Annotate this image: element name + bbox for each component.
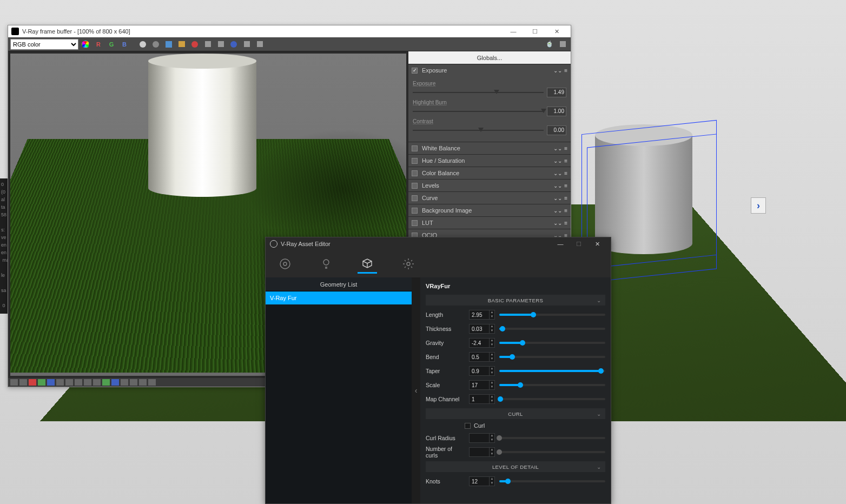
blue-channel-button[interactable]: B [118,39,130,50]
cc-checkbox[interactable] [412,195,418,201]
menu-icon[interactable]: ≡ [564,145,567,151]
copy-button[interactable] [241,39,253,50]
status-icon[interactable] [111,379,119,386]
contrast-slider[interactable] [413,130,544,131]
status-icon[interactable] [38,379,45,386]
tab-materials[interactable] [275,254,295,274]
cc-section-header[interactable]: Color Balance⌄⌄≡ [408,167,571,179]
param-slider[interactable] [499,398,605,400]
status-icon[interactable] [148,379,156,386]
contrast-value[interactable]: 0.00 [547,125,566,135]
param-slider[interactable] [499,314,605,316]
tab-geometry[interactable] [358,254,377,274]
param-slider[interactable] [499,384,605,386]
highlight-slider[interactable] [413,111,544,112]
status-icon[interactable] [56,379,64,386]
cc-section-header[interactable]: LUT⌄⌄≡ [408,217,571,229]
spinner-input[interactable]: 2.95▲▼ [469,310,495,320]
exposure-checkbox[interactable] [412,68,418,74]
menu-icon[interactable]: ≡ [564,183,567,189]
status-icon[interactable] [102,379,110,386]
vfb-titlebar[interactable]: V-Ray frame buffer - [100% of 800 x 640]… [8,25,571,37]
param-slider[interactable] [499,356,605,358]
mono-button[interactable] [137,39,149,50]
list-item-vrayfur[interactable]: V-Ray Fur [266,291,412,304]
section-basic-parameters[interactable]: BASIC PARAMETERS⌄ [426,295,605,306]
spinner-input[interactable]: 12▲▼ [469,476,495,486]
cc-section-header[interactable]: White Balance⌄⌄≡ [408,142,571,154]
duplicate-button[interactable] [254,39,266,50]
track-mouse-button[interactable] [215,39,227,50]
spinner-input[interactable]: ▲▼ [469,447,495,457]
spinner-input[interactable]: 0.5▲▼ [469,352,495,362]
expand-down-icon[interactable]: ⌄⌄ [553,220,562,226]
menu-icon[interactable]: ≡ [564,170,567,176]
spinner-input[interactable]: 17▲▼ [469,380,495,390]
region-button[interactable] [202,39,214,50]
globals-button[interactable]: Globals... [408,51,571,64]
param-slider[interactable] [499,328,605,330]
cc-checkbox[interactable] [412,208,418,214]
cc-checkbox[interactable] [412,220,418,226]
minimize-button[interactable]: — [551,237,570,250]
maximize-button[interactable]: ☐ [524,25,546,37]
exposure-value[interactable]: 1.49 [547,88,566,97]
spinner-input[interactable]: 0.03▲▼ [469,324,495,334]
tab-settings[interactable] [399,254,418,274]
menu-icon[interactable]: ≡ [564,195,567,201]
expand-down-icon[interactable]: ⌄⌄ [553,170,562,176]
rgb-icon[interactable] [82,41,89,48]
param-slider[interactable] [499,480,605,482]
spinner-input[interactable]: -2.4▲▼ [469,338,495,348]
maximize-button[interactable]: ☐ [570,237,588,250]
open-button[interactable] [176,39,188,50]
close-button[interactable]: ✕ [588,237,606,250]
curl-checkbox[interactable] [465,423,471,429]
link-pdplayer-button[interactable] [228,39,240,50]
exposure-header[interactable]: Exposure ⌄⌄≡ [408,64,571,76]
clear-button[interactable] [189,39,201,50]
status-icon[interactable] [19,379,27,386]
minimize-button[interactable]: — [503,25,524,37]
menu-icon[interactable]: ≡ [564,158,567,164]
red-channel-button[interactable]: R [92,39,104,50]
highlight-value[interactable]: 1.00 [547,107,566,116]
expand-down-icon[interactable]: ⌄⌄ [553,158,562,164]
collapse-toggle[interactable]: ‹ [412,277,420,503]
cc-section-header[interactable]: Levels⌄⌄≡ [408,180,571,191]
section-lod[interactable]: LEVEL OF DETAIL⌄ [426,461,605,472]
cc-checkbox[interactable] [412,145,418,151]
status-icon[interactable] [84,379,91,386]
channel-select[interactable]: RGB color [10,39,78,50]
section-curl[interactable]: CURL⌄ [426,408,605,419]
spinner-input[interactable]: 1▲▼ [469,394,495,404]
status-icon[interactable] [93,379,101,386]
status-icon[interactable] [29,379,36,386]
status-icon[interactable] [10,379,18,386]
expand-down-icon[interactable]: ⌄⌄ [553,183,562,189]
status-icon[interactable] [47,379,55,386]
tab-lights[interactable] [316,254,336,274]
asset-editor-titlebar[interactable]: V-Ray Asset Editor — ☐ ✕ [266,237,611,250]
alpha-button[interactable] [150,39,162,50]
expand-down-icon[interactable]: ⌄⌄ [553,208,562,214]
status-icon[interactable] [130,379,137,386]
cc-checkbox[interactable] [412,183,418,189]
menu-icon[interactable]: ≡ [564,208,567,214]
exposure-slider[interactable] [413,92,544,93]
expand-down-icon[interactable]: ⌄⌄ [553,145,562,151]
status-icon[interactable] [75,379,82,386]
toggle-corrections-button[interactable] [557,39,569,50]
param-slider[interactable] [499,370,605,372]
expand-down-icon[interactable]: ⌄⌄ [553,68,562,74]
param-slider[interactable] [499,342,605,344]
cc-section-header[interactable]: Curve⌄⌄≡ [408,192,571,204]
spinner-input[interactable]: 0.9▲▼ [469,366,495,376]
right-tray-toggle[interactable]: › [751,197,766,214]
menu-icon[interactable]: ≡ [564,220,567,226]
cc-section-header[interactable]: Background Image⌄⌄≡ [408,204,571,216]
status-icon[interactable] [121,379,128,386]
status-icon[interactable] [139,379,147,386]
green-channel-button[interactable]: G [105,39,117,50]
close-button[interactable]: ✕ [546,25,567,37]
